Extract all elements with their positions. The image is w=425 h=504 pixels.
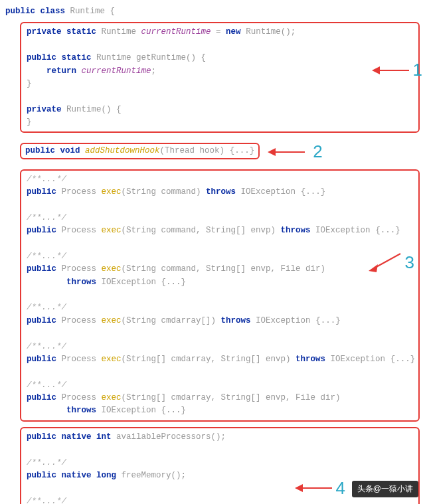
blank-line — [27, 444, 413, 456]
code-line: private static Runtime currentRuntime = … — [27, 26, 413, 39]
svg-marker-7 — [295, 484, 303, 492]
code-line: public native long freeMemory(); — [27, 469, 413, 482]
code-line: public Process exec(String[] cmdarray, S… — [27, 353, 417, 366]
blank-line — [27, 39, 413, 52]
blank-line — [27, 327, 417, 340]
svg-line-4 — [374, 254, 400, 268]
code-box-3: /**...*/ public Process exec(String comm… — [20, 169, 420, 422]
annotation-number-3: 3 — [405, 249, 414, 276]
code-line: return currentRuntime; — [27, 65, 413, 78]
code-line: public static Runtime getRuntime() { — [27, 52, 413, 64]
comment-line: /**...*/ — [27, 341, 417, 353]
arrow-icon — [366, 251, 402, 274]
annotation-number-4: 4 — [336, 475, 345, 501]
comment-line: /**...*/ — [27, 379, 417, 392]
arrow-icon — [371, 64, 410, 77]
code-line: } — [27, 78, 413, 90]
code-line: public native int availableProcessors(); — [27, 431, 413, 444]
blank-line — [27, 90, 413, 103]
comment-line: /**...*/ — [27, 173, 417, 186]
code-line: public Process exec(String command) thro… — [27, 186, 417, 199]
code-line: public Process exec(String cmdarray[]) t… — [27, 315, 417, 327]
annotation-number-2: 2 — [313, 138, 322, 165]
svg-marker-5 — [369, 264, 378, 272]
svg-marker-1 — [372, 66, 380, 74]
svg-marker-3 — [268, 148, 276, 156]
comment-line: /**...*/ — [27, 301, 417, 314]
code-line: throws IOException {...} — [27, 404, 417, 417]
comment-line: /**...*/ — [27, 250, 417, 263]
code-line: public Process exec(String command, Stri… — [27, 263, 417, 276]
blank-line — [27, 238, 417, 250]
code-line: private Runtime() { — [27, 104, 413, 116]
blank-line — [27, 289, 417, 301]
class-declaration: public class Runtime { — [5, 5, 420, 18]
arrow-icon — [294, 481, 333, 495]
code-box-2: public void addShutdownHook(Thread hook)… — [20, 143, 260, 159]
code-line: public Process exec(String command, Stri… — [27, 224, 417, 237]
blank-line — [27, 366, 417, 378]
code-line: public Process exec(String[] cmdarray, S… — [27, 392, 417, 404]
comment-line: /**...*/ — [27, 212, 417, 224]
arrow-icon — [266, 145, 306, 159]
annotation-number-1: 1 — [413, 56, 422, 83]
code-line: } — [27, 116, 413, 129]
code-box-1: private static Runtime currentRuntime = … — [20, 22, 420, 133]
blank-line — [27, 199, 417, 211]
watermark: 头条@一猿小讲 — [352, 481, 418, 497]
code-line: throws IOException {...} — [27, 276, 417, 289]
comment-line: /**...*/ — [27, 457, 413, 469]
code-line: public void addShutdownHook(Thread hook)… — [25, 146, 254, 155]
